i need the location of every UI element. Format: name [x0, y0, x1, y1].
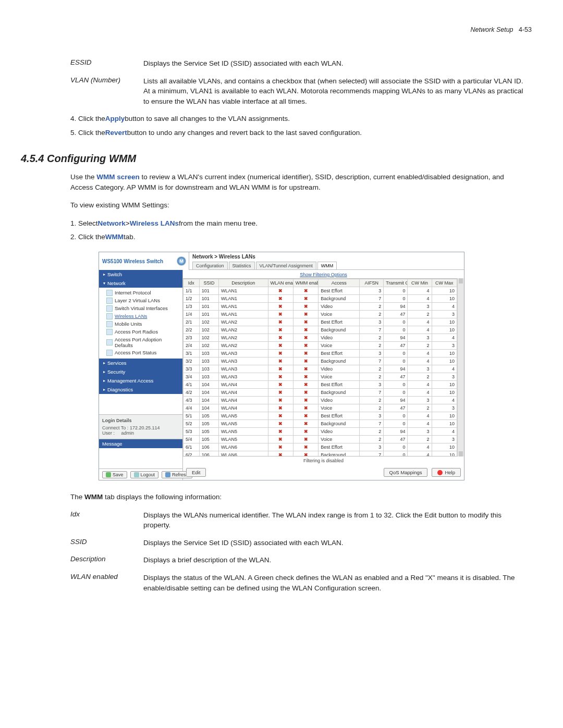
breadcrumb: Network > Wireless LANs	[192, 254, 461, 260]
table-row[interactable]: 1/2101WLAN1✖✖Background70410	[183, 295, 457, 303]
nav-item-label: Internet Protocol	[115, 290, 151, 295]
x-disabled-icon: ✖	[296, 421, 316, 426]
table-row[interactable]: 2/2102WLAN2✖✖Background70410	[183, 326, 457, 334]
help-button[interactable]: Help	[432, 468, 461, 477]
x-disabled-icon: ✖	[296, 312, 316, 317]
table-row[interactable]: 4/2104WLAN4✖✖Background70410	[183, 389, 457, 397]
x-disabled-icon: ✖	[271, 421, 291, 426]
x-disabled-icon: ✖	[296, 405, 316, 411]
step-2: 2. Click the WMM tab.	[70, 232, 527, 242]
edit-button[interactable]: Edit	[186, 468, 206, 477]
nav-item-access-port-adoption-defaults[interactable]: Access Port Adoption Defaults	[106, 336, 180, 349]
definition-term: ESSID	[70, 58, 143, 69]
step-5: 5. Click the Revert button to undo any c…	[70, 128, 527, 138]
nav-item-access-port-status[interactable]: Access Port Status	[106, 349, 180, 356]
nav-group-network[interactable]: ▾Network	[99, 279, 182, 288]
nav-group-label: Management Access	[107, 378, 153, 384]
table-row[interactable]: 5/3105WLAN5✖✖Video29434	[183, 428, 457, 436]
table-row[interactable]: 6/1106WLAN6✖✖Best Effort30410	[183, 443, 457, 451]
chevron-right-icon: ▸	[103, 369, 105, 374]
definition-row: DescriptionDisplays a brief description …	[70, 555, 527, 565]
column-header[interactable]: Access	[319, 279, 360, 287]
column-header[interactable]: AIFSN	[360, 279, 384, 287]
column-header[interactable]: WLAN enabled	[268, 279, 293, 287]
x-disabled-icon: ✖	[271, 390, 291, 395]
chevron-right-icon: ▸	[103, 272, 105, 277]
column-header[interactable]: SSID	[199, 279, 218, 287]
table-row[interactable]: 5/1105WLAN5✖✖Best Effort30410	[183, 412, 457, 420]
nav-item-layer-2-virtual-lans[interactable]: Layer 2 Virtual LANs	[106, 297, 180, 304]
table-row[interactable]: 3/1103WLAN3✖✖Best Effort30410	[183, 350, 457, 357]
nav-group-management-access[interactable]: ▸Management Access	[99, 376, 182, 385]
nav-item-label: Access Port Status	[115, 350, 156, 355]
column-header[interactable]: Transmit Ops	[384, 279, 408, 287]
table-row[interactable]: 2/4102WLAN2✖✖Voice24723	[183, 342, 457, 350]
scrollbar[interactable]	[457, 278, 464, 456]
table-row[interactable]: 1/1101WLAN1✖✖Best Effort30410	[183, 287, 457, 295]
table-row[interactable]: 2/1102WLAN2✖✖Best Effort30410	[183, 318, 457, 326]
chevron-right-icon: ▸	[103, 361, 105, 365]
table-row[interactable]: 1/4101WLAN1✖✖Voice24723	[183, 311, 457, 318]
view-line: To view existing WMM Settings:	[70, 200, 527, 211]
column-header[interactable]: Description	[219, 279, 268, 287]
column-header[interactable]: Idx	[183, 279, 200, 287]
refresh-icon	[165, 472, 170, 477]
x-disabled-icon: ✖	[271, 359, 291, 364]
nav-item-mobile-units[interactable]: Mobile Units	[106, 320, 180, 328]
tab-statistics[interactable]: Statistics	[229, 262, 255, 269]
table-row[interactable]: 6/2106WLAN6✖✖Background70410	[183, 451, 457, 457]
table-row[interactable]: 4/1104WLAN4✖✖Best Effort30410	[183, 381, 457, 389]
x-disabled-icon: ✖	[271, 452, 291, 456]
tab-vlan-tunnel-assignment[interactable]: VLAN/Tunnel Assignment	[256, 262, 316, 269]
x-disabled-icon: ✖	[271, 398, 291, 403]
nav-group-services[interactable]: ▸Services	[99, 359, 182, 367]
nav-item-wireless-lans[interactable]: Wireless LANs	[106, 312, 180, 320]
table-row[interactable]: 2/3102WLAN2✖✖Video29434	[183, 334, 457, 342]
header-section: Network Setup	[471, 26, 513, 33]
table-row[interactable]: 5/4105WLAN5✖✖Voice24723	[183, 436, 457, 443]
tab-wmm[interactable]: WMM	[317, 262, 337, 269]
wmm-screen-label: WMM screen	[96, 173, 140, 181]
definition-term: WLAN enabled	[70, 573, 143, 593]
definition-body: Displays a brief description of the WLAN…	[143, 555, 527, 565]
filter-note: Filtering is disabled	[183, 456, 464, 465]
x-disabled-icon: ✖	[271, 374, 291, 379]
page-header: Network Setup 4-53	[31, 26, 532, 33]
nav-item-access-port-radios[interactable]: Access Port Radios	[106, 328, 180, 336]
tree-node-icon	[106, 321, 113, 327]
nav-item-switch-virtual-interfaces[interactable]: Switch Virtual Interfaces	[106, 304, 180, 312]
brand-box: WS5100 Wireless Switch M	[99, 252, 189, 270]
table-row[interactable]: 1/3101WLAN1✖✖Video29434	[183, 303, 457, 311]
chevron-right-icon: ▸	[103, 378, 105, 383]
x-disabled-icon: ✖	[271, 445, 291, 450]
nav-group-diagnostics[interactable]: ▸Diagnostics	[99, 385, 182, 394]
x-disabled-icon: ✖	[271, 429, 291, 434]
definition-row: WLAN enabledDisplays the status of the W…	[70, 573, 527, 593]
column-header[interactable]: WMM enabled	[293, 279, 318, 287]
logout-button[interactable]: Logout	[130, 471, 159, 478]
x-disabled-icon: ✖	[271, 296, 291, 301]
nav-group-switch[interactable]: ▸Switch	[99, 270, 182, 279]
x-disabled-icon: ✖	[296, 327, 316, 332]
save-button[interactable]: Save	[102, 471, 127, 478]
x-disabled-icon: ✖	[296, 288, 316, 293]
table-row[interactable]: 3/2103WLAN3✖✖Background70410	[183, 357, 457, 365]
table-row[interactable]: 3/4103WLAN3✖✖Voice24723	[183, 373, 457, 381]
nav-item-internet-protocol[interactable]: Internet Protocol	[106, 289, 180, 297]
tab-configuration[interactable]: Configuration	[192, 262, 228, 269]
table-row[interactable]: 3/3103WLAN3✖✖Video29434	[183, 365, 457, 373]
nav-group-security[interactable]: ▸Security	[99, 367, 182, 376]
nav-item-label: Access Port Adoption Defaults	[115, 337, 180, 348]
x-disabled-icon: ✖	[296, 304, 316, 309]
tree-node-icon	[106, 350, 113, 356]
apply-keyword: Apply	[105, 114, 125, 124]
table-row[interactable]: 5/2105WLAN5✖✖Background70410	[183, 420, 457, 428]
column-header[interactable]: CW Min	[408, 279, 432, 287]
table-row[interactable]: 4/4104WLAN4✖✖Voice24723	[183, 404, 457, 412]
wmm-table[interactable]: IdxSSIDDescriptionWLAN enabledWMM enable…	[183, 279, 457, 456]
show-filtering-link[interactable]: Show Filtering Options	[300, 272, 347, 277]
nav-item-label: Wireless LANs	[115, 313, 147, 319]
column-header[interactable]: CW Max	[432, 279, 457, 287]
table-row[interactable]: 4/3104WLAN4✖✖Video29434	[183, 397, 457, 404]
qos-mappings-button[interactable]: QoS Mappings	[384, 468, 428, 477]
